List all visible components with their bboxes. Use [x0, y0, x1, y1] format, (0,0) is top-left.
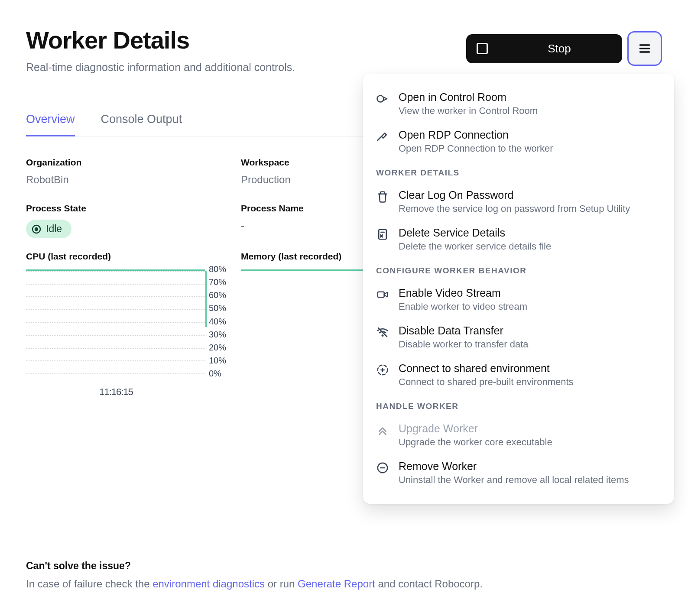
- video-icon: [376, 288, 389, 301]
- status-badge: Idle: [26, 220, 71, 238]
- context-menu: Open in Control Room View the worker in …: [363, 74, 674, 504]
- stop-button-label: Stop: [522, 42, 596, 55]
- external-link-icon: [376, 92, 389, 105]
- generate-report-link[interactable]: Generate Report: [298, 578, 375, 590]
- rdp-icon: [376, 130, 389, 143]
- process-state-label: Process State: [26, 203, 232, 214]
- target-plus-icon: [376, 363, 389, 376]
- svg-point-4: [35, 228, 38, 230]
- menu-upgrade-worker: Upgrade Worker Upgrade the worker core e…: [363, 416, 674, 454]
- cpu-chart: 80% 70% 60% 50% 40% 30% 20% 10% 0%: [26, 269, 232, 373]
- menu-connect-shared-env[interactable]: Connect to shared environment Connect to…: [363, 356, 674, 394]
- svg-point-9: [382, 335, 383, 336]
- svg-rect-8: [378, 292, 384, 298]
- menu-clear-password[interactable]: Clear Log On Password Remove the service…: [363, 183, 674, 220]
- footer-text: In case of failure check the environment…: [26, 578, 662, 590]
- svg-point-5: [377, 96, 384, 102]
- menu-disable-data-transfer[interactable]: Disable Data Transfer Disable worker to …: [363, 318, 674, 356]
- menu-section-worker-details: WORKER DETAILS: [363, 160, 674, 183]
- menu-button[interactable]: [627, 31, 662, 66]
- stop-button[interactable]: Stop: [466, 34, 622, 63]
- menu-remove-worker[interactable]: Remove Worker Uninstall the Worker and r…: [363, 454, 674, 492]
- file-delete-icon: [376, 228, 389, 241]
- env-diagnostics-link[interactable]: environment diagnostics: [153, 578, 265, 590]
- idle-icon: [31, 224, 42, 234]
- organization-label: Organization: [26, 157, 232, 168]
- cpu-chart-label: CPU (last recorded): [26, 251, 232, 262]
- menu-delete-service-details[interactable]: Delete Service Details Delete the worker…: [363, 220, 674, 258]
- wifi-off-icon: [376, 326, 389, 339]
- tab-overview[interactable]: Overview: [26, 113, 75, 136]
- menu-section-configure: CONFIGURE WORKER BEHAVIOR: [363, 258, 674, 281]
- menu-open-rdp[interactable]: Open RDP Connection Open RDP Connection …: [363, 123, 674, 160]
- menu-section-handle: HANDLE WORKER: [363, 394, 674, 416]
- process-state-value: Idle: [46, 223, 62, 235]
- minus-circle-icon: [376, 461, 389, 474]
- trash-icon: [376, 190, 389, 203]
- cpu-x-axis: 11:16:15: [26, 386, 232, 398]
- cpu-y-axis: 80% 70% 60% 50% 40% 30% 20% 10% 0%: [205, 264, 232, 379]
- organization-value: RobotBin: [26, 174, 232, 186]
- tab-console-output[interactable]: Console Output: [101, 113, 182, 136]
- menu-enable-video-stream[interactable]: Enable Video Stream Enable worker to vid…: [363, 281, 674, 318]
- footer-heading: Can't solve the issue?: [26, 560, 662, 572]
- menu-open-control-room[interactable]: Open in Control Room View the worker in …: [363, 85, 674, 123]
- stop-icon: [477, 43, 488, 54]
- page-title: Worker Details: [26, 26, 295, 54]
- page-subtitle: Real-time diagnostic information and add…: [26, 61, 295, 74]
- hamburger-icon: [638, 42, 652, 55]
- chevron-up-icon: [376, 424, 389, 437]
